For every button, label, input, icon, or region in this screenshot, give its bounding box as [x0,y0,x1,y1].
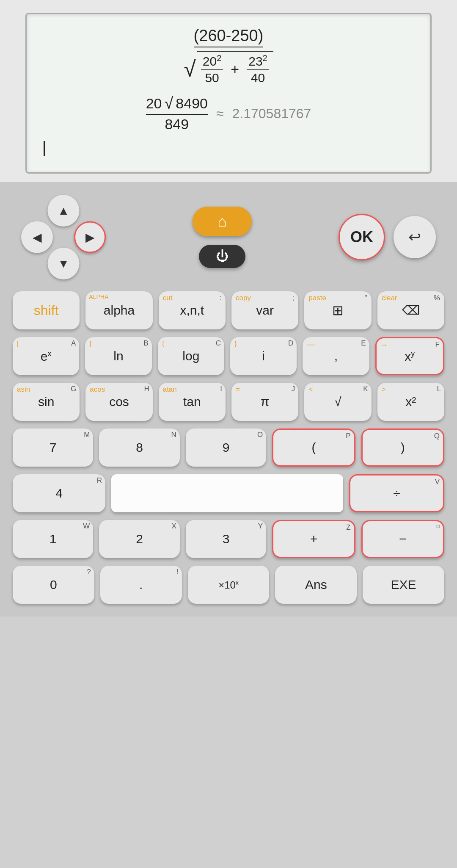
paste-icon: ⊞ [332,304,344,317]
center-buttons: ⌂ ⏻ [193,207,252,268]
key-div[interactable]: V ÷ [349,474,444,512]
clear-key[interactable]: clear % ⌫ [377,291,444,329]
pi-label: π [261,395,270,408]
pi-key[interactable]: = J π [231,383,298,421]
var-key[interactable]: copy ; var [231,291,298,329]
ex-key[interactable]: [ A ex [13,337,79,375]
display-screen: (260-250) √ 202 50 + [25,13,432,174]
xnt-label: x,n,t [180,304,204,317]
key-9[interactable]: O 9 [186,428,266,467]
dpad-up-button[interactable]: ▲ [48,195,80,227]
key-row-4: M 7 N 8 O 9 P ( Q ) [13,428,444,467]
alpha-key[interactable]: ALPHA alpha [85,291,152,329]
key-8[interactable]: N 8 [99,428,179,467]
ok-label: OK [350,228,373,246]
main-numerator: (260-250) [194,27,264,47]
sqrt-inner: 202 50 + 232 40 [197,51,273,87]
label-9: 9 [223,441,230,454]
key-row-6: W 1 X 2 Y 3 Z + □ − [13,520,444,558]
result-den: 849 [165,115,189,133]
alpha-label: alpha [104,304,135,317]
paste-key[interactable]: paste " ⊞ [304,291,371,329]
approx-value: 2.170581767 [232,106,311,122]
frac-1: 202 50 [201,53,223,85]
sqrt-symbol: √ [184,58,196,80]
dpad-left-button[interactable]: ◀ [21,221,53,253]
xy-key[interactable]: → F xy [375,337,444,375]
key-row-1: shift ALPHA alpha cut : x,n,t copy ; var… [13,291,444,329]
shift-label: shift [34,304,59,317]
key-exe[interactable]: EXE [363,566,444,604]
result-sqrt-symbol: √ [164,94,173,113]
approx-sign: ≈ [216,106,224,122]
key-3[interactable]: Y 3 [186,520,266,558]
x2-key[interactable]: > L x² [377,383,444,421]
i-label: i [262,350,265,362]
label-4: 4 [55,487,63,500]
clear-icon: ⌫ [402,304,420,317]
xnt-key[interactable]: cut : x,n,t [159,291,226,329]
frac-1-num: 202 [201,53,223,70]
label-close-paren: ) [401,441,405,454]
key-7[interactable]: M 7 [13,428,93,467]
key-2[interactable]: X 2 [99,520,179,558]
log-label: log [182,350,199,362]
tan-key[interactable]: atan I tan [159,383,226,421]
label-plus: + [310,533,318,545]
label-7: 7 [50,441,57,454]
frac-1-den: 50 [203,70,220,85]
comma-label: , [334,350,338,362]
home-icon: ⌂ [217,213,227,230]
var-label: var [256,304,274,317]
ex-label: ex [41,350,52,363]
dpad: ▲ ▼ ◀ ▶ [21,195,106,279]
dpad-down-button[interactable]: ▼ [48,248,80,279]
label-div: ÷ [393,487,400,500]
shift-key[interactable]: shift [13,291,80,329]
log-key[interactable]: { C log [158,337,224,375]
home-button[interactable]: ⌂ [193,207,252,236]
label-1: 1 [50,533,57,545]
sin-label: sin [38,395,54,408]
cos-key[interactable]: acos H cos [85,383,152,421]
down-icon: ▼ [58,257,69,271]
cursor [44,141,45,156]
key-row-2: [ A ex ] B ln { C log } D i — E , → F xy [13,337,444,375]
plus-sign: + [227,61,242,77]
left-icon: ◀ [33,230,42,244]
key-row-3: asin G sin acos H cos atan I tan = J π <… [13,383,444,421]
label-8: 8 [136,441,143,454]
formula-display: (260-250) √ 202 50 + [44,27,413,133]
sqrt-key[interactable]: < K √ [304,383,371,421]
xy-label: xy [405,350,415,363]
label-dot: . [139,578,143,591]
back-button[interactable]: ↩ [394,216,436,258]
key-dot[interactable]: ! . [100,566,182,604]
key-0[interactable]: ? 0 [13,566,94,604]
frac-2: 232 40 [247,53,269,85]
key-4[interactable]: R 4 [13,474,105,512]
key-plus[interactable]: Z + [272,520,355,558]
key-minus[interactable]: □ − [361,520,444,558]
comma-key[interactable]: — E , [303,337,369,375]
key-close-paren[interactable]: Q ) [361,428,444,467]
key-x10x[interactable]: ×10x [188,566,270,604]
cos-label: cos [109,395,129,408]
label-ans: Ans [305,578,327,591]
key-1[interactable]: W 1 [13,520,93,558]
ln-key[interactable]: ] B ln [85,337,151,375]
result-line: 20 √ 8490 849 ≈ 2.170581767 [146,94,311,133]
sin-key[interactable]: asin G sin [13,383,80,421]
key-ans[interactable]: Ans [275,566,357,604]
i-key[interactable]: } D i [230,337,297,375]
ln-label: ln [113,350,123,362]
ok-button[interactable]: OK [339,214,385,260]
result-fraction: 20 √ 8490 849 [146,94,208,133]
key-row-5: R 4 V ÷ [13,474,444,512]
calculator-body: ▲ ▼ ◀ ▶ ⌂ ⏻ OK [0,182,457,616]
key-open-paren[interactable]: P ( [272,428,355,467]
dpad-right-button[interactable]: ▶ [74,221,106,253]
power-button[interactable]: ⏻ [199,245,245,268]
key-5[interactable] [111,474,343,512]
right-nav-buttons: OK ↩ [339,214,436,260]
